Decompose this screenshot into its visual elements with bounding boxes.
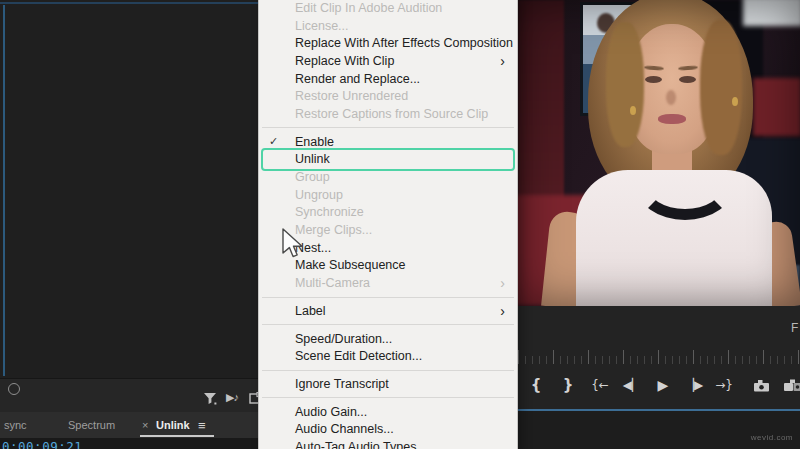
menu-item-label: Ungroup: [295, 188, 343, 202]
export-frame-button[interactable]: [747, 370, 775, 400]
menu-item-label: Unlink: [295, 152, 330, 166]
mark-out-icon: }: [563, 376, 574, 394]
clip-context-menu: Edit Clip In Adobe AuditionLicense...Rep…: [258, 0, 518, 449]
menu-item-synchronize: Synchronize: [259, 204, 517, 222]
panel-menu-icon[interactable]: ≡: [198, 418, 206, 433]
menu-separator: [259, 320, 517, 330]
menu-item-label: Audio Gain...: [295, 405, 367, 419]
menu-item-label: Ignore Transcript: [295, 377, 389, 391]
play-icon: ▶: [658, 377, 669, 393]
menu-item-replace-with-clip[interactable]: Replace With Clip›: [259, 52, 517, 70]
go-to-out-icon: →}: [715, 378, 733, 392]
menu-item-label: License...: [295, 19, 349, 33]
comparison-view-button[interactable]: [779, 370, 800, 400]
sequence-tab-bar: sync Spectrum × Unlink ≡: [0, 412, 258, 438]
menu-item-label: Speed/Duration...: [295, 332, 392, 346]
menu-item-multi-camera: Multi-Camera›: [259, 274, 517, 292]
menu-item-restore-unrendered: Restore Unrendered: [259, 87, 517, 105]
menu-item-group: Group: [259, 168, 517, 186]
close-tab-icon[interactable]: ×: [142, 419, 148, 431]
menu-item-label: Auto-Tag Audio Types: [295, 440, 416, 449]
menu-item-replace-with-after-effects-composition[interactable]: Replace With After Effects Composition: [259, 34, 517, 52]
menu-item-label: Scene Edit Detection...: [295, 349, 422, 363]
play-audio-icon[interactable]: ▶♪: [226, 391, 238, 404]
panel-icon[interactable]: [249, 392, 258, 404]
menu-item-label: Audio Channels...: [295, 422, 394, 436]
transport-controls: { } {← ◀▏ ▶ ▕▶ →}: [518, 370, 800, 402]
menu-item-label: Enable: [295, 135, 334, 149]
menu-item-speed-duration[interactable]: Speed/Duration...: [259, 330, 517, 348]
menu-item-ignore-transcript[interactable]: Ignore Transcript: [259, 375, 517, 393]
lower-panel: wevid.com: [518, 411, 800, 449]
go-to-out-button[interactable]: →}: [710, 370, 738, 400]
go-to-in-icon: {←: [591, 378, 609, 392]
step-back-button[interactable]: ◀▏: [618, 370, 646, 400]
menu-item-restore-captions-from-source-clip: Restore Captions from Source Clip: [259, 105, 517, 123]
step-back-icon: ◀▏: [623, 378, 641, 392]
ruler-major-ticks: [518, 350, 800, 364]
mouse-cursor: [281, 228, 305, 260]
sequence-tab-unlink[interactable]: Unlink: [156, 419, 190, 431]
export-frame-icon: [752, 378, 771, 393]
premiere-pro-window: { "colors": { "highlight_teal": "#4fd3a6…: [0, 0, 800, 449]
menu-item-label[interactable]: Label›: [259, 302, 517, 320]
playhead-timecode[interactable]: 0:00:09:21: [2, 439, 82, 449]
sequence-tab-spectrum[interactable]: Spectrum: [68, 419, 115, 431]
submenu-arrow-icon: ›: [500, 278, 517, 288]
step-forward-icon: ▕▶: [685, 378, 703, 392]
zoom-level-dropdown[interactable]: F: [791, 321, 798, 335]
active-tab-underline: [140, 435, 214, 437]
menu-separator: [259, 292, 517, 302]
timeline-focus-border-left: [3, 5, 5, 376]
menu-item-audio-channels[interactable]: Audio Channels...: [259, 420, 517, 438]
menu-item-auto-tag-audio-types[interactable]: Auto-Tag Audio Types: [259, 438, 517, 449]
menu-item-license: License...: [259, 17, 517, 35]
menu-item-label: Render and Replace...: [295, 72, 420, 86]
mark-in-icon: {: [531, 376, 542, 394]
mark-in-button[interactable]: {: [522, 370, 550, 400]
step-forward-button[interactable]: ▕▶: [680, 370, 708, 400]
menu-item-render-and-replace[interactable]: Render and Replace...: [259, 70, 517, 88]
menu-item-label: Group: [295, 170, 330, 184]
submenu-arrow-icon: ›: [500, 56, 517, 66]
menu-item-label: Replace With Clip: [295, 54, 394, 68]
menu-item-label: Edit Clip In Adobe Audition: [295, 1, 442, 15]
menu-item-label: Merge Clips...: [295, 223, 372, 237]
menu-item-label: Replace With After Effects Composition: [295, 36, 513, 50]
play-button[interactable]: ▶: [649, 370, 677, 400]
mark-out-button[interactable]: }: [554, 370, 582, 400]
go-to-in-button[interactable]: {←: [586, 370, 614, 400]
menu-item-label: Restore Unrendered: [295, 89, 408, 103]
menu-item-unlink[interactable]: Unlink: [259, 151, 517, 169]
timeline-panel: [0, 0, 258, 378]
program-monitor-video-preview: [518, 0, 800, 306]
record-circle-icon[interactable]: [8, 383, 20, 395]
menu-item-label: Restore Captions from Source Clip: [295, 107, 488, 121]
menu-item-scene-edit-detection[interactable]: Scene Edit Detection...: [259, 347, 517, 365]
checkmark-icon: ✓: [269, 135, 278, 148]
submenu-arrow-icon: ›: [500, 306, 517, 316]
timeline-status-bar: 0:00:09:21: [0, 438, 258, 449]
menu-item-label: Multi-Camera: [295, 276, 370, 290]
menu-item-audio-gain[interactable]: Audio Gain...: [259, 403, 517, 421]
menu-item-edit-clip-in-adobe-audition: Edit Clip In Adobe Audition: [259, 0, 517, 17]
watermark: wevid.com: [751, 433, 793, 442]
menu-item-label: Synchronize: [295, 205, 364, 219]
menu-item-enable[interactable]: ✓Enable: [259, 133, 517, 151]
sequence-tab-sync[interactable]: sync: [4, 419, 27, 431]
video-vignette: [518, 0, 800, 306]
filter-funnel-icon[interactable]: [203, 392, 217, 405]
menu-item-label: Make Subsequence: [295, 258, 406, 272]
comparison-view-icon: [783, 378, 800, 393]
menu-item-ungroup: Ungroup: [259, 186, 517, 204]
timeline-focus-border-top: [0, 2, 258, 4]
menu-item-label: Label: [295, 304, 326, 318]
timeline-toolbar: ▶♪: [0, 378, 258, 413]
menu-separator: [259, 365, 517, 375]
monitor-time-ruler[interactable]: [518, 346, 800, 368]
menu-separator: [259, 123, 517, 133]
menu-separator: [259, 393, 517, 403]
